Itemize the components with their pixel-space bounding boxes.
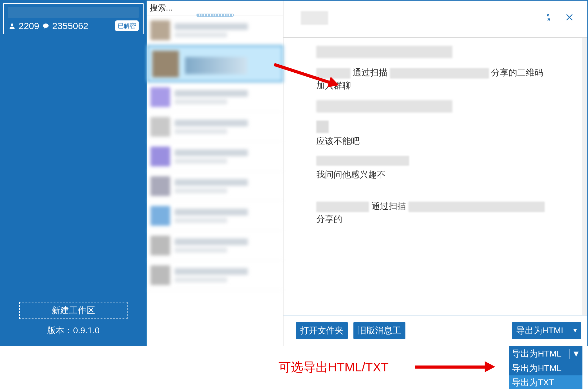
export-dropdown: 导出为HTML ▼ 导出为HTML 导出为TXT [509, 346, 582, 389]
chat-message: 应该不能吧 [316, 121, 551, 148]
new-workspace-button[interactable]: 新建工作区 [19, 302, 128, 319]
list-item[interactable] [147, 142, 283, 171]
message-scroll-area[interactable]: 通过扫描 分享的二维码加入群聊 应该不能吧 我问问他感兴趣不 [283, 38, 587, 315]
svg-point-1 [43, 24, 49, 28]
legacy-tool-button[interactable]: 旧版消息工 [353, 322, 405, 339]
system-message-cut: 通过扫描 分享的 [316, 200, 551, 226]
search-input[interactable]: 搜索... [147, 1, 283, 15]
main-window: 2209 2355062 已解密 新建工作区 版本：0.9.1.0 搜索... [0, 0, 588, 346]
version-label: 版本：0.9.1.0 [1, 325, 146, 336]
chat-message: 我问问他感兴趣不 [316, 156, 551, 181]
list-item[interactable] [147, 171, 283, 201]
export-split-button[interactable]: 导出为HTML ▼ [512, 322, 581, 339]
person-icon [8, 22, 16, 30]
sidebar: 2209 2355062 已解密 新建工作区 版本：0.9.1.0 [1, 1, 146, 346]
list-item-selected[interactable] [147, 45, 283, 82]
system-message: 通过扫描 分享的二维码加入群聊 [316, 66, 551, 92]
decrypt-status-badge: 已解密 [115, 20, 139, 31]
message-redacted [316, 100, 551, 113]
annotation-text: 可选导出HTML/TXT [279, 359, 389, 376]
export-dropdown-head[interactable]: 导出为HTML ▼ [509, 346, 582, 361]
contact-count: 2209 [19, 21, 39, 31]
list-item[interactable] [147, 231, 283, 260]
close-icon[interactable] [564, 12, 575, 23]
chat-list-panel: 搜索... [146, 1, 283, 346]
conversation-panel: 通过扫描 分享的二维码加入群聊 应该不能吧 我问问他感兴趣不 [283, 1, 587, 346]
svg-point-0 [11, 24, 13, 26]
avatar-redacted [316, 121, 329, 133]
profile-card: 2209 2355062 已解密 [3, 3, 144, 34]
list-item[interactable] [147, 82, 283, 112]
annotation-arrow [415, 361, 498, 374]
conversation-title-redacted [301, 11, 328, 25]
export-option-txt[interactable]: 导出为TXT [509, 375, 582, 389]
caret-down-icon[interactable]: ▼ [569, 349, 582, 359]
collapse-icon[interactable] [543, 12, 554, 23]
app-root: 2209 2355062 已解密 新建工作区 版本：0.9.1.0 搜索... [0, 0, 588, 389]
chat-list[interactable] [147, 15, 283, 346]
list-item[interactable] [147, 260, 283, 290]
message-redacted [316, 46, 551, 58]
profile-stats: 2209 2355062 已解密 [8, 20, 139, 31]
open-folder-button[interactable]: 打开文件夹 [296, 322, 348, 339]
conversation-header [283, 1, 587, 38]
message-count: 2355062 [52, 21, 89, 31]
list-item[interactable] [147, 112, 283, 142]
conversation-footer: 打开文件夹 旧版消息工 导出为HTML ▼ [283, 315, 587, 346]
annotation-area: 可选导出HTML/TXT 导出为HTML ▼ 导出为HTML 导出为TXT [0, 346, 588, 389]
list-item[interactable] [147, 201, 283, 231]
profile-name-redacted [8, 7, 139, 18]
scrollbar-thumb[interactable] [582, 38, 587, 72]
message-icon [42, 22, 50, 30]
list-item[interactable] [147, 15, 283, 45]
export-option-html[interactable]: 导出为HTML [509, 361, 582, 375]
caret-down-icon[interactable]: ▼ [569, 327, 581, 334]
